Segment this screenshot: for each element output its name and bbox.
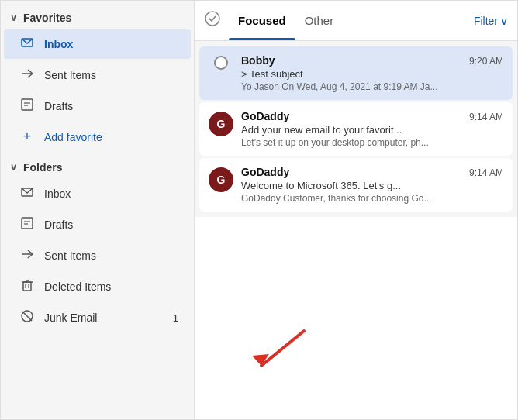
folders-chevron-icon: ∨	[10, 162, 17, 173]
sidebar-item-junk-folder[interactable]: Junk Email 1	[4, 303, 191, 332]
filter-label: Filter	[474, 15, 498, 27]
email-content-godaddy2: GoDaddy 9:14 AM Welcome to Microsoft 365…	[241, 166, 503, 204]
inbox-folder-icon	[19, 185, 35, 202]
sidebar-item-drafts-folder[interactable]: Drafts	[4, 210, 191, 239]
svg-rect-5	[22, 218, 33, 229]
email-time-bobby: 9:20 AM	[469, 56, 503, 67]
svg-line-16	[261, 331, 304, 366]
svg-line-14	[22, 312, 32, 321]
svg-rect-1	[22, 99, 33, 110]
sidebar-item-drafts-folder-label: Drafts	[44, 219, 73, 231]
junk-badge: 1	[173, 312, 178, 324]
sidebar-item-add-favorite[interactable]: + Add favorite	[4, 122, 191, 151]
sidebar-item-sent-fav[interactable]: Sent Items	[4, 60, 191, 90]
email-subject-bobby: > Test subject	[241, 68, 503, 80]
sidebar-item-inbox-fav[interactable]: Inbox	[4, 29, 191, 59]
email-sender-godaddy1: GoDaddy	[241, 110, 289, 122]
email-subject-godaddy2: Welcome to Microsoft 365. Let's g...	[241, 180, 503, 191]
avatar-circle-godaddy2: G	[209, 167, 233, 192]
folders-label: Folders	[23, 161, 63, 174]
avatar-letter-godaddy2: G	[217, 174, 226, 186]
sent-icon	[19, 67, 35, 84]
avatar-circle-godaddy1: G	[209, 112, 233, 136]
email-header-godaddy1: GoDaddy 9:14 AM	[241, 110, 503, 122]
email-sender-bobby: Bobby	[241, 54, 275, 67]
sidebar-item-sent-folder-label: Sent Items	[44, 250, 96, 262]
folders-section-header[interactable]: ∨ Folders	[1, 157, 194, 178]
email-subject-godaddy1: Add your new email to your favorit...	[241, 124, 503, 136]
sidebar-item-deleted-folder-label: Deleted Items	[44, 281, 111, 293]
drafts-icon	[19, 98, 35, 115]
email-sender-godaddy2: GoDaddy	[241, 166, 289, 178]
email-avatar-bobby	[209, 54, 233, 70]
email-avatar-godaddy1: G	[209, 110, 233, 136]
deleted-icon	[19, 278, 35, 295]
email-item-godaddy1[interactable]: G GoDaddy 9:14 AM Add your new email to …	[199, 102, 513, 156]
main-panel: Focused Other Filter ∨ Bobby 9:20 AM	[195, 1, 517, 419]
avatar-letter-godaddy1: G	[217, 118, 226, 130]
favorites-label: Favorites	[23, 12, 71, 24]
sidebar-item-sent-fav-label: Sent Items	[44, 69, 96, 81]
email-preview-godaddy1: Let's set it up on your desktop computer…	[241, 137, 503, 148]
email-list-container: Bobby 9:20 AM > Test subject Yo Jason On…	[195, 41, 517, 419]
sidebar-item-drafts-fav-label: Drafts	[44, 100, 73, 112]
arrow-annotation	[246, 323, 316, 380]
email-content-godaddy1: GoDaddy 9:14 AM Add your new email to yo…	[241, 110, 503, 148]
drafts-folder-icon	[19, 216, 35, 233]
sidebar: ∨ Favorites Inbox Sent Items	[1, 1, 195, 419]
favorites-chevron-icon: ∨	[10, 12, 17, 23]
email-item-bobby[interactable]: Bobby 9:20 AM > Test subject Yo Jason On…	[199, 46, 513, 100]
tab-other-label: Other	[305, 14, 334, 27]
radio-select-icon	[214, 56, 228, 70]
inbox-icon	[19, 36, 35, 53]
sidebar-item-inbox-fav-label: Inbox	[44, 38, 73, 50]
junk-icon	[19, 309, 35, 326]
sidebar-item-deleted-folder[interactable]: Deleted Items	[4, 272, 191, 301]
svg-rect-8	[23, 282, 31, 291]
email-item-godaddy2[interactable]: G GoDaddy 9:14 AM Welcome to Microsoft 3…	[199, 158, 513, 212]
email-preview-bobby: Yo Jason On Wed, Aug 4, 2021 at 9:19 AM …	[241, 81, 503, 92]
sidebar-item-sent-folder[interactable]: Sent Items	[4, 241, 191, 270]
svg-point-15	[205, 12, 219, 26]
filter-chevron-icon: ∨	[500, 15, 508, 27]
sidebar-item-drafts-fav[interactable]: Drafts	[4, 91, 191, 121]
sidebar-item-inbox-folder-label: Inbox	[44, 188, 71, 200]
add-favorite-label: Add favorite	[44, 131, 102, 143]
tab-focused-label: Focused	[238, 14, 286, 27]
svg-marker-17	[252, 354, 269, 366]
tab-other[interactable]: Other	[295, 1, 344, 40]
sidebar-item-inbox-folder[interactable]: Inbox	[4, 179, 191, 208]
email-time-godaddy2: 9:14 AM	[469, 167, 503, 178]
tab-bar: Focused Other Filter ∨	[195, 1, 517, 41]
tab-check-icon	[204, 10, 221, 31]
sent-folder-icon	[19, 247, 35, 264]
email-header-bobby: Bobby 9:20 AM	[241, 54, 503, 67]
filter-button[interactable]: Filter ∨	[474, 15, 508, 27]
email-header-godaddy2: GoDaddy 9:14 AM	[241, 166, 503, 178]
email-list: Bobby 9:20 AM > Test subject Yo Jason On…	[195, 41, 517, 217]
email-avatar-godaddy2: G	[209, 166, 233, 192]
add-favorite-icon: +	[19, 129, 35, 145]
email-content-bobby: Bobby 9:20 AM > Test subject Yo Jason On…	[241, 54, 503, 92]
favorites-section-header[interactable]: ∨ Favorites	[1, 7, 194, 29]
email-time-godaddy1: 9:14 AM	[469, 112, 503, 122]
tab-focused[interactable]: Focused	[229, 1, 295, 40]
email-preview-godaddy2: GoDaddy Customer, thanks for choosing Go…	[241, 193, 503, 204]
sidebar-item-junk-folder-label: Junk Email	[44, 312, 97, 324]
